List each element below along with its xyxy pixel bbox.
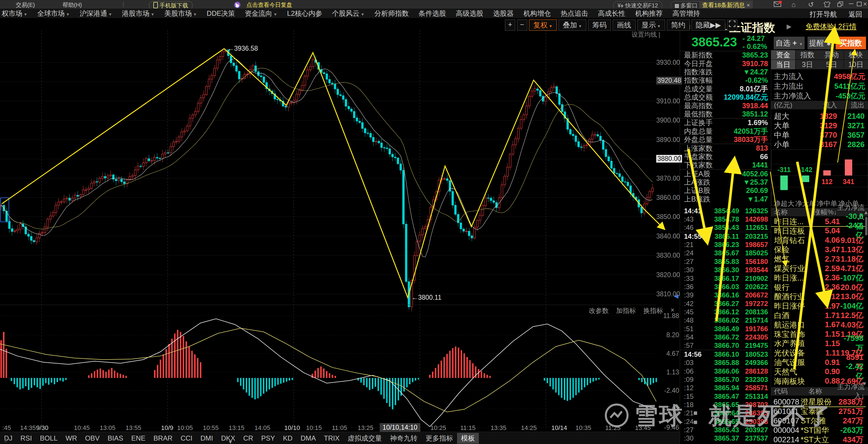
drag-grip-icon[interactable]: ⠿: [4, 438, 8, 443]
indicator-tab-WR[interactable]: WR: [62, 434, 81, 443]
restore-window-icon[interactable]: [837, 1, 843, 9]
toolbar-复权-button[interactable]: 复权▼: [529, 20, 557, 31]
switch-indicator-link[interactable]: 换指标: [643, 306, 663, 315]
stock-row[interactable]: 600107ST尔雅247万: [771, 416, 866, 425]
toast-close-icon[interactable]: ×: [746, 2, 750, 8]
indicator-tab-DJ[interactable]: DJ: [0, 434, 16, 443]
stock-row[interactable]: 000004*ST国华-263万: [771, 426, 866, 435]
close-indicator-icon[interactable]: ×: [671, 306, 674, 315]
funds-tab-板块[interactable]: 板块: [844, 50, 868, 60]
toolbar-筹码-button[interactable]: 筹码: [588, 20, 611, 31]
indicator-tab-PSY[interactable]: PSY: [257, 434, 279, 443]
nav-item-高管增持[interactable]: 高管增持: [672, 9, 700, 18]
indicator-tab-TRIX[interactable]: TRIX: [320, 434, 344, 443]
sector-row[interactable]: 酿酒行业2.1213.0亿: [771, 292, 866, 301]
menu-trade[interactable]: 交易(E): [16, 1, 35, 9]
sector-row[interactable]: 培育钻石4.069.01亿: [771, 236, 866, 245]
toolbar-画线-button[interactable]: 画线: [613, 20, 636, 31]
back-link[interactable]: 返回: [848, 10, 862, 19]
funds-tab-异动[interactable]: 异动: [819, 50, 844, 60]
sector-row[interactable]: 昨日连板5.04-24.6亿: [771, 227, 866, 236]
scroll-up-icon[interactable]: ▲: [863, 210, 868, 215]
mail-icon[interactable]: [774, 1, 782, 9]
minimize-icon[interactable]: [849, 3, 854, 4]
nav-item-高成长性[interactable]: 高成长性: [598, 9, 625, 18]
next-symbol-icon[interactable]: ▶: [786, 23, 792, 30]
period-tab-5日[interactable]: 5日: [819, 60, 844, 69]
sector-row[interactable]: 天然气0.90-2.42亿: [771, 367, 866, 376]
indicator-tab-DMA[interactable]: DMA: [297, 434, 320, 443]
indicator-tab-KD[interactable]: KD: [279, 434, 297, 443]
tick-list[interactable]: 14:413854.49126325:433854.78142698:46385…: [680, 207, 771, 444]
nav-item-高级选股[interactable]: 高级选股: [456, 9, 483, 18]
buy-index-button[interactable]: 买指数: [836, 37, 866, 49]
sector-row[interactable]: 白酒1.7112.5亿: [771, 311, 866, 320]
indicator-tab-BOLL[interactable]: BOLL: [36, 434, 61, 443]
indicator-tab-DMI[interactable]: DMI: [196, 434, 217, 443]
stock-row[interactable]: 600078澄星股份2838万: [771, 397, 866, 407]
indicator-tab-BRAR[interactable]: BRAR: [149, 434, 177, 443]
indicator-tab-RSI[interactable]: RSI: [16, 434, 36, 443]
nav-item-沪深港通[interactable]: 沪深港通▼: [80, 9, 112, 18]
sector-row[interactable]: 水产养殖1.15-7598万: [771, 339, 866, 348]
sector-row[interactable]: 银行2.3620.0亿: [771, 283, 866, 292]
indicator-tab-BIAS[interactable]: BIAS: [103, 434, 127, 443]
panel-divider-arrow-icon[interactable]: ◀: [674, 293, 678, 300]
change-params-link[interactable]: 改参数: [589, 306, 609, 315]
maximize-icon[interactable]: [857, 2, 862, 6]
fullscreen-icon[interactable]: [727, 20, 737, 31]
scrollbar-thumb[interactable]: [865, 217, 867, 235]
add-watchlist-button[interactable]: 自选 + ▼: [774, 37, 805, 49]
collapse-panel-icon[interactable]: ▼: [228, 439, 233, 444]
nav-item-机构增仓[interactable]: 机构增仓: [523, 9, 551, 18]
indicator-tab-OBV[interactable]: OBV: [81, 434, 104, 443]
skin-icon[interactable]: [824, 1, 831, 9]
indicator-tab-template[interactable]: 模板: [457, 433, 479, 444]
sector-row[interactable]: 燃气2.731.18亿: [771, 254, 866, 264]
close-icon[interactable]: ×: [863, 0, 867, 8]
add-indicator-link[interactable]: 加指标: [616, 306, 636, 315]
sector-row[interactable]: 航运港口1.674.03亿: [771, 320, 866, 330]
sector-row[interactable]: 昨日涨停1.97-104亿: [771, 301, 866, 311]
sector-row[interactable]: 煤炭行业2.594.71亿: [771, 264, 866, 273]
stock-row[interactable]: 601011宝泰隆2751万: [771, 407, 866, 416]
nav-item-条件选股[interactable]: 条件选股: [418, 9, 446, 18]
daily-review-link[interactable]: 点击查看今日复盘: [246, 1, 292, 9]
stock-list-header[interactable]: 代码 名称 主力净流入↓: [771, 387, 868, 396]
open-navigation-link[interactable]: 打开导航: [810, 10, 837, 19]
menu-help[interactable]: 帮助(H): [62, 1, 82, 9]
ma-settings-link[interactable]: 设置均线 |: [631, 30, 660, 39]
nav-item-选股器[interactable]: 选股器: [493, 9, 514, 18]
nav-item-个股风云[interactable]: 个股风云▼: [332, 9, 365, 18]
nav-item-权市场[interactable]: 权市场▼: [2, 9, 28, 18]
zoom-in-button[interactable]: +: [505, 20, 515, 31]
undo-icon[interactable]: ↺: [808, 1, 814, 9]
alert-button[interactable]: 提醒: [808, 37, 833, 49]
stock-row[interactable]: 002214*ST大立434万: [771, 435, 866, 444]
indicator-tab-CCI[interactable]: CCI: [177, 434, 196, 443]
funds-tab-资金[interactable]: 资金: [771, 50, 796, 60]
nav-item-全球市场[interactable]: 全球市场▼: [37, 9, 70, 18]
nav-item-DDE决策[interactable]: DDE决策: [207, 9, 235, 18]
l2-trial-link[interactable]: 免费体验L2行情: [806, 22, 857, 31]
toolbar-简约-button[interactable]: 简约: [667, 20, 690, 31]
period-tab-3日[interactable]: 3日: [796, 60, 820, 69]
indicator-tab-ENE[interactable]: ENE: [127, 434, 149, 443]
toolbar-叠加-button[interactable]: 叠加▼: [559, 20, 586, 31]
period-tab-当日[interactable]: 当日: [771, 60, 796, 69]
nav-item-热点追击[interactable]: 热点追击: [560, 9, 588, 18]
toolbar-隐藏▶▶-button[interactable]: 隐藏▶▶: [691, 20, 725, 31]
toolbar-显示-button[interactable]: 显示▼: [637, 20, 665, 31]
indicator-tab-更多指标[interactable]: 更多指标: [422, 433, 457, 444]
nav-item-美股市场[interactable]: 美股市场▼: [164, 9, 197, 18]
nav-item-资金流向[interactable]: 资金流向▼: [245, 9, 277, 18]
funds-tab-指数[interactable]: 指数: [796, 50, 820, 60]
nav-item-分析师指数[interactable]: 分析师指数: [374, 9, 409, 18]
home-icon[interactable]: ⌂: [792, 1, 796, 9]
indicator-tab-CR[interactable]: CR: [239, 434, 257, 443]
indicator-tab-虚拟成交量[interactable]: 虚拟成交量: [344, 433, 386, 444]
nav-item-机构推荐[interactable]: 机构推荐: [635, 9, 662, 18]
indicator-tab-神奇九转[interactable]: 神奇九转: [386, 433, 422, 444]
sector-row[interactable]: 保险3.471.13亿: [771, 245, 866, 254]
sector-row[interactable]: 昨日涨...2.36-107亿: [771, 273, 866, 282]
